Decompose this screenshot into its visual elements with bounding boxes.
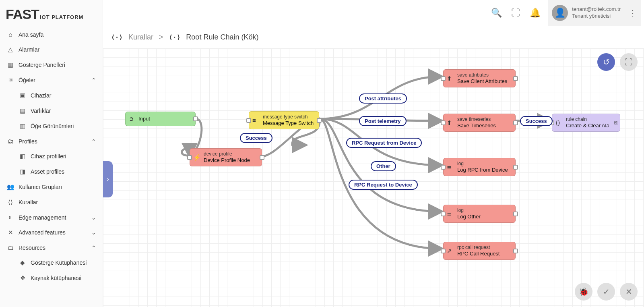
port-out[interactable] xyxy=(317,118,322,123)
edge-label-post-telemetry[interactable]: Post telemetry xyxy=(359,116,407,126)
upload-icon: ⬆ xyxy=(447,75,452,82)
nav-assets[interactable]: ▤Varlıklar xyxy=(0,103,103,118)
nav-user-groups[interactable]: 👥Kullanıcı Grupları xyxy=(0,179,103,195)
sidebar: FASTIOT PLATFORM ⌂Ana sayfa △Alarmlar ▦G… xyxy=(0,0,103,307)
port-in[interactable] xyxy=(441,76,446,81)
chevron-up-icon: ⌃ xyxy=(91,138,96,145)
nav-views[interactable]: ▥Öğe Görünümleri xyxy=(0,118,103,134)
nav-edge[interactable]: ᯤEdge management⌄ xyxy=(0,210,103,225)
breadcrumb-current: Root Rule Chain (Kök) xyxy=(186,33,258,41)
nav-asset-profiles[interactable]: ◨Asset profiles xyxy=(0,164,103,179)
edge-label-success[interactable]: Success xyxy=(520,116,553,126)
nav-alarms[interactable]: △Alarmlar xyxy=(0,42,103,57)
home-icon: ⌂ xyxy=(6,31,14,38)
topbar: 🔍 ⛶ 🔔 👤 tenant@roltek.com.tr Tenant yöne… xyxy=(103,0,644,26)
edge-label-rpc-to[interactable]: RPC Request to Device xyxy=(349,180,418,190)
list-icon: ≣ xyxy=(447,163,452,171)
view-icon: ▥ xyxy=(19,122,27,130)
rules-icon: ⟨⟩ xyxy=(6,199,14,206)
edge-label-success[interactable]: Success xyxy=(240,133,272,143)
port-in[interactable] xyxy=(187,155,192,160)
history-button[interactable]: ↺ xyxy=(597,53,615,71)
chevron-down-icon: ⌄ xyxy=(91,229,96,236)
node-rpc-call[interactable]: ↗ rpc call request RPC Call Request xyxy=(443,242,516,260)
canvas-grid xyxy=(103,48,644,307)
chevron-up-icon: ⌃ xyxy=(91,245,96,251)
port-out[interactable] xyxy=(193,116,198,121)
link-icon: ⎘ xyxy=(614,120,617,126)
tools-icon: ✕ xyxy=(6,229,14,236)
user-menu[interactable]: 👤 tenant@roltek.com.tr Tenant yöneticisi… xyxy=(548,0,641,26)
asset-icon: ▤ xyxy=(19,107,27,114)
port-in[interactable] xyxy=(441,249,446,253)
upload-icon: ⬆ xyxy=(447,119,452,127)
debug-button[interactable]: 🐞 xyxy=(575,283,592,301)
nav-home[interactable]: ⌂Ana sayfa xyxy=(0,27,103,42)
input-icon: ➲ xyxy=(129,115,134,123)
edge-label-rpc-from[interactable]: RPC Request from Device xyxy=(346,138,422,148)
node-rule-chain[interactable]: ⟨⟩ rule chain Create & Clear Alarm ⎘ xyxy=(552,114,620,132)
breadcrumb-sep: > xyxy=(159,33,163,41)
node-log-rpc[interactable]: ≣ log Log RPC from Device xyxy=(443,158,516,176)
user-email: tenant@roltek.com.tr xyxy=(572,6,621,13)
asset-profile-icon: ◨ xyxy=(19,168,27,175)
widget-icon: ◆ xyxy=(19,259,27,266)
port-out[interactable] xyxy=(260,155,264,160)
edge-label-post-attributes[interactable]: Post attributes xyxy=(359,93,407,104)
search-icon[interactable]: 🔍 xyxy=(487,3,506,23)
canvas-bottom-actions: 🐞 ✓ ✕ xyxy=(575,283,638,301)
port-out[interactable] xyxy=(513,165,518,170)
port-out[interactable] xyxy=(513,76,518,81)
avatar-icon: 👤 xyxy=(552,5,568,21)
rules-icon: ⟨·⟩ xyxy=(169,33,180,41)
port-out[interactable] xyxy=(513,249,518,253)
port-in[interactable] xyxy=(441,212,446,216)
nav-dashboards[interactable]: ▦Gösterge Panelleri xyxy=(0,57,103,73)
resource-icon: ❖ xyxy=(19,274,27,282)
nav: ⌂Ana sayfa △Alarmlar ▦Gösterge Panelleri… xyxy=(0,27,103,307)
canvas-top-actions: ↺ ⛶ xyxy=(597,53,638,71)
node-log-other[interactable]: ≣ log Log Other xyxy=(443,205,516,223)
port-in[interactable] xyxy=(441,120,446,125)
panel-expand-handle[interactable]: › xyxy=(103,161,113,197)
warning-icon: △ xyxy=(6,46,14,53)
node-save-attributes[interactable]: ⬆ save attributes Save Client Attributes xyxy=(443,69,516,87)
port-in[interactable] xyxy=(441,165,446,170)
nav-widget-lib[interactable]: ◆Gösterge Kütüphanesi xyxy=(0,255,103,270)
filter-icon: ≡ xyxy=(252,116,256,124)
port-out[interactable] xyxy=(513,212,518,216)
nav-items[interactable]: ⚛Öğeler⌃ xyxy=(0,73,103,88)
nav-rules[interactable]: ⟨⟩Kurallar xyxy=(0,195,103,210)
port-out[interactable] xyxy=(513,120,518,125)
port-in[interactable] xyxy=(246,118,251,123)
nav-devices[interactable]: ▣Cihazlar xyxy=(0,88,103,103)
device-profile-icon: ◧ xyxy=(19,153,27,160)
arrow-up-right-icon: ↗ xyxy=(447,247,452,255)
node-input[interactable]: ➲ Input xyxy=(125,112,196,126)
bell-icon[interactable]: 🔔 xyxy=(525,3,545,23)
logo: FASTIOT PLATFORM xyxy=(0,3,103,27)
edge-label-other[interactable]: Other xyxy=(371,161,396,171)
canvas[interactable]: ➲ Input ⚡ device profile Device Profile … xyxy=(103,48,644,307)
nav-device-profiles[interactable]: ◧Cihaz profilleri xyxy=(0,149,103,164)
node-switch[interactable]: ≡ message type switch Message Type Switc… xyxy=(249,111,319,129)
nav-resources[interactable]: 🗀Resources⌃ xyxy=(0,240,103,255)
more-icon[interactable]: ⋮ xyxy=(629,8,637,18)
nav-resource-lib[interactable]: ❖Kaynak kütüphanesi xyxy=(0,270,103,286)
apply-button[interactable]: ✓ xyxy=(597,283,615,301)
dashboard-icon: ▦ xyxy=(6,61,14,68)
fullscreen-icon[interactable]: ⛶ xyxy=(506,3,525,23)
flow-icon: ⟨⟩ xyxy=(555,119,560,127)
folder-icon: 🗀 xyxy=(6,244,14,251)
nav-profiles[interactable]: 🗂Profiles⌃ xyxy=(0,134,103,149)
chevron-up-icon: ⌃ xyxy=(91,77,96,83)
cancel-button[interactable]: ✕ xyxy=(620,283,638,301)
fullscreen-button[interactable]: ⛶ xyxy=(620,53,638,71)
user-role: Tenant yöneticisi xyxy=(572,13,621,20)
nav-advanced[interactable]: ✕Advanced features⌄ xyxy=(0,225,103,240)
breadcrumb-root[interactable]: Kurallar xyxy=(128,33,153,41)
share-icon: ⚛ xyxy=(6,77,14,84)
node-device-profile[interactable]: ⚡ device profile Device Profile Node xyxy=(190,148,262,166)
node-save-timeseries[interactable]: ⬆ save timeseries Save Timeseries xyxy=(443,114,516,132)
bolt-icon: ⚡ xyxy=(193,154,201,161)
